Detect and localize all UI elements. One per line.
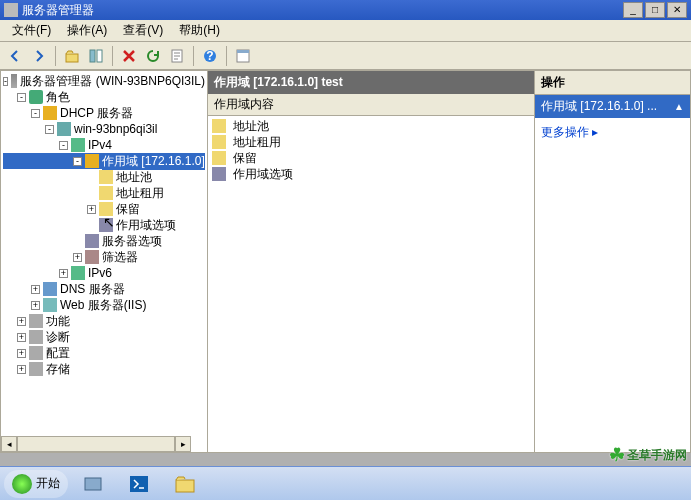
column-header[interactable]: 作用域内容 [208, 94, 534, 116]
options-icon [85, 234, 99, 248]
svg-rect-1 [90, 50, 95, 62]
back-button[interactable] [4, 45, 26, 67]
collapse-icon[interactable]: - [73, 157, 82, 166]
tree-pool[interactable]: 地址池 [3, 169, 205, 185]
folder-icon [212, 135, 226, 149]
details-panel: 作用域 [172.16.1.0] test 作用域内容 地址池 地址租用 保留 … [208, 70, 535, 453]
svg-rect-8 [85, 478, 101, 490]
list-item[interactable]: 保留 [210, 150, 532, 166]
config-icon [29, 346, 43, 360]
start-orb-icon [12, 474, 32, 494]
expand-icon[interactable]: + [17, 365, 26, 374]
up-button[interactable] [61, 45, 83, 67]
svg-rect-10 [176, 480, 194, 492]
content-area: -服务器管理器 (WIN-93BNP6QI3IL) -角色 -DHCP 服务器 … [0, 70, 691, 453]
folder-icon [99, 186, 113, 200]
tree-scope[interactable]: -作用域 [172.16.1.0] [3, 153, 205, 169]
maximize-button[interactable]: □ [645, 2, 665, 18]
dhcp-icon [43, 106, 57, 120]
refresh-button[interactable] [142, 45, 164, 67]
folder-icon [212, 119, 226, 133]
tree-root[interactable]: -服务器管理器 (WIN-93BNP6QI3IL) [3, 73, 205, 89]
help-button[interactable]: ? [199, 45, 221, 67]
filter-icon [85, 250, 99, 264]
tree-filter[interactable]: +筛选器 [3, 249, 205, 265]
tree-dhcp[interactable]: -DHCP 服务器 [3, 105, 205, 121]
actions-panel: 操作 作用域 [172.16.1.0] ...▲ 更多操作 ▸ [535, 70, 691, 453]
tree-config[interactable]: +配置 [3, 345, 205, 361]
list-item[interactable]: 作用域选项 [210, 166, 532, 182]
scroll-thumb[interactable] [17, 436, 175, 452]
menu-action[interactable]: 操作(A) [59, 20, 115, 41]
expand-icon[interactable]: + [31, 301, 40, 310]
taskbar: 开始 [0, 466, 691, 500]
svg-rect-7 [237, 50, 249, 53]
properties-button[interactable] [232, 45, 254, 67]
leaf-icon: ☘ [609, 444, 625, 466]
watermark: ☘圣草手游网 [609, 444, 687, 466]
tree-lease[interactable]: 地址租用 [3, 185, 205, 201]
folder-icon [212, 151, 226, 165]
tree-diag[interactable]: +诊断 [3, 329, 205, 345]
taskbar-powershell[interactable] [118, 470, 160, 498]
tree-host[interactable]: -win-93bnp6qi3il [3, 121, 205, 137]
tree-ipv4[interactable]: -IPv4 [3, 137, 205, 153]
collapse-icon[interactable]: - [59, 141, 68, 150]
details-header: 作用域 [172.16.1.0] test [208, 71, 534, 94]
expand-icon[interactable]: + [17, 333, 26, 342]
scroll-right-button[interactable]: ▸ [175, 436, 191, 452]
separator [0, 453, 691, 467]
export-button[interactable] [166, 45, 188, 67]
cursor-icon: ↖ [103, 214, 115, 230]
show-hide-button[interactable] [85, 45, 107, 67]
tree-hscroll[interactable]: ◂ ▸ [1, 436, 191, 452]
folder-icon [99, 170, 113, 184]
menu-file[interactable]: 文件(F) [4, 20, 59, 41]
expand-icon[interactable]: + [17, 349, 26, 358]
expand-icon[interactable]: + [17, 317, 26, 326]
scope-icon [85, 154, 99, 168]
expand-icon[interactable]: + [87, 205, 96, 214]
tree-storage[interactable]: +存储 [3, 361, 205, 377]
web-icon [43, 298, 57, 312]
diag-icon [29, 330, 43, 344]
menu-view[interactable]: 查看(V) [115, 20, 171, 41]
tree-ipv6[interactable]: +IPv6 [3, 265, 205, 281]
role-icon [29, 90, 43, 104]
list-item[interactable]: 地址租用 [210, 134, 532, 150]
minimize-button[interactable]: _ [623, 2, 643, 18]
expand-icon[interactable]: + [31, 285, 40, 294]
feature-icon [29, 314, 43, 328]
list-item[interactable]: 地址池 [210, 118, 532, 134]
collapse-icon[interactable]: - [17, 93, 26, 102]
app-icon [4, 3, 18, 17]
tree-features[interactable]: +功能 [3, 313, 205, 329]
taskbar-explorer[interactable] [164, 470, 206, 498]
close-button[interactable]: ✕ [667, 2, 687, 18]
details-list: 地址池 地址租用 保留 作用域选项 [208, 116, 534, 452]
expand-icon[interactable]: + [59, 269, 68, 278]
toolbar: ? [0, 42, 691, 70]
taskbar-servermanager[interactable] [72, 470, 114, 498]
expand-icon[interactable]: + [73, 253, 82, 262]
svg-text:?: ? [206, 49, 213, 63]
options-icon [212, 167, 226, 181]
tree-serveropt[interactable]: 服务器选项 [3, 233, 205, 249]
menu-bar: 文件(F) 操作(A) 查看(V) 帮助(H) [0, 20, 691, 42]
collapse-icon[interactable]: - [31, 109, 40, 118]
tree-web[interactable]: +Web 服务器(IIS) [3, 297, 205, 313]
svg-rect-2 [97, 50, 102, 62]
tree-roles[interactable]: -角色 [3, 89, 205, 105]
menu-help[interactable]: 帮助(H) [171, 20, 228, 41]
delete-button[interactable] [118, 45, 140, 67]
scroll-left-button[interactable]: ◂ [1, 436, 17, 452]
collapse-icon[interactable]: - [45, 125, 54, 134]
storage-icon [29, 362, 43, 376]
host-icon [57, 122, 71, 136]
more-actions-link[interactable]: 更多操作 ▸ [541, 122, 684, 143]
start-button[interactable]: 开始 [4, 470, 68, 498]
tree-dns[interactable]: +DNS 服务器 [3, 281, 205, 297]
actions-subtitle[interactable]: 作用域 [172.16.1.0] ...▲ [535, 95, 690, 118]
collapse-icon[interactable]: - [3, 77, 8, 86]
forward-button[interactable] [28, 45, 50, 67]
